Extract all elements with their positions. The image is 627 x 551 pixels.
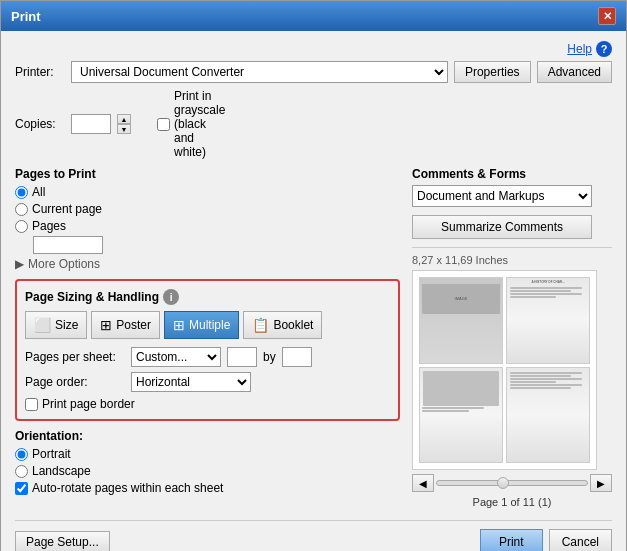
preview-line xyxy=(422,407,484,409)
preview-line xyxy=(510,287,582,289)
page-order-row: Page order: Horizontal xyxy=(25,372,390,392)
pages-current-row: Current page xyxy=(15,202,400,216)
copies-row: Copies: 1 ▲ ▼ Print in grayscale (black … xyxy=(15,89,612,159)
pages-x-input[interactable]: 2 xyxy=(227,347,257,367)
booklet-tab[interactable]: 📋 Booklet xyxy=(243,311,322,339)
pages-per-sheet-row: Pages per sheet: Custom... 2 by 2 xyxy=(25,347,390,367)
help-row: Help ? xyxy=(15,41,612,57)
pages-all-radio[interactable] xyxy=(15,186,28,199)
print-border-label: Print page border xyxy=(42,397,135,411)
bottom-right-buttons: Print Cancel xyxy=(480,529,612,551)
printer-row: Printer: Universal Document Converter Pr… xyxy=(15,61,612,83)
preview-page-1-inner: IMAGE xyxy=(420,278,502,363)
size-tab-icon: ⬜ xyxy=(34,317,51,333)
print-dialog: Print ✕ Help ? Printer: Universal Docume… xyxy=(0,0,627,551)
poster-tab[interactable]: ⊞ Poster xyxy=(91,311,160,339)
right-column: Comments & Forms Document and Markups Su… xyxy=(412,167,612,508)
grayscale-label: Print in grayscale (black and white) xyxy=(174,89,224,159)
pages-all-label: All xyxy=(15,185,400,199)
page-sizing-title: Page Sizing & Handling i xyxy=(25,289,390,305)
preview-dimensions: 8,27 x 11,69 Inches xyxy=(412,254,612,266)
preview-page-4 xyxy=(506,367,590,463)
preview-page-1: IMAGE xyxy=(419,277,503,364)
size-tab[interactable]: ⬜ Size xyxy=(25,311,87,339)
comments-select[interactable]: Document and Markups xyxy=(412,185,592,207)
landscape-radio[interactable] xyxy=(15,465,28,478)
properties-button[interactable]: Properties xyxy=(454,61,531,83)
copies-down[interactable]: ▼ xyxy=(117,124,131,134)
summarize-button[interactable]: Summarize Comments xyxy=(412,215,592,239)
pages-per-sheet-select[interactable]: Custom... xyxy=(131,347,221,367)
multiple-tab[interactable]: ⊞ Multiple xyxy=(164,311,239,339)
pages-to-print-title: Pages to Print xyxy=(15,167,400,181)
copies-spinner: ▲ ▼ xyxy=(117,114,131,134)
preview-line xyxy=(510,381,556,383)
next-page-button[interactable]: ▶ xyxy=(590,474,612,492)
preview-line xyxy=(510,378,582,380)
preview-pages-grid: IMAGE A HISTORY OF CHAR... xyxy=(413,271,596,469)
by-label: by xyxy=(263,350,276,364)
grayscale-row: Print in grayscale (black and white) xyxy=(157,89,224,159)
preview-page-3-inner xyxy=(420,368,502,462)
more-options-label: More Options xyxy=(28,257,100,271)
print-button[interactable]: Print xyxy=(480,529,543,551)
page-slider[interactable] xyxy=(436,480,588,486)
help-link[interactable]: Help xyxy=(567,42,592,56)
page-order-select[interactable]: Horizontal xyxy=(131,372,251,392)
dialog-body: Help ? Printer: Universal Document Conve… xyxy=(1,31,626,551)
cancel-button[interactable]: Cancel xyxy=(549,529,612,551)
grayscale-checkbox[interactable] xyxy=(157,118,170,131)
comments-section: Comments & Forms Document and Markups Su… xyxy=(412,167,612,239)
page-info: Page 1 of 11 (1) xyxy=(412,496,612,508)
portrait-radio[interactable] xyxy=(15,448,28,461)
page-sizing-tabs: ⬜ Size ⊞ Poster ⊞ Multiple 📋 xyxy=(25,311,390,339)
comments-title: Comments & Forms xyxy=(412,167,612,181)
poster-tab-icon: ⊞ xyxy=(100,317,112,333)
close-button[interactable]: ✕ xyxy=(598,7,616,25)
left-column: Pages to Print All Current page xyxy=(15,167,400,508)
pages-range-row: Pages xyxy=(15,219,400,233)
print-border-checkbox[interactable] xyxy=(25,398,38,411)
preview-line xyxy=(510,384,582,386)
preview-line xyxy=(510,290,571,292)
autorotate-checkbox[interactable] xyxy=(15,482,28,495)
help-icon[interactable]: ? xyxy=(596,41,612,57)
pages-range-radio[interactable] xyxy=(15,220,28,233)
booklet-tab-icon: 📋 xyxy=(252,317,269,333)
pages-range-input-row: 1 - 42 xyxy=(33,236,400,254)
preview-line xyxy=(510,372,582,374)
preview-line xyxy=(510,296,556,298)
page-sizing-info-icon[interactable]: i xyxy=(163,289,179,305)
preview-line xyxy=(510,387,571,389)
page-setup-button[interactable]: Page Setup... xyxy=(15,531,110,551)
copies-input[interactable]: 1 xyxy=(71,114,111,134)
pages-per-sheet-label: Pages per sheet: xyxy=(25,350,125,364)
preview-page-2-inner: A HISTORY OF CHAR... xyxy=(507,278,589,363)
print-border-row: Print page border xyxy=(25,397,390,411)
copies-label: Copies: xyxy=(15,117,65,131)
title-bar: Print ✕ xyxy=(1,1,626,31)
title-bar-controls: ✕ xyxy=(598,7,616,25)
prev-page-button[interactable]: ◀ xyxy=(412,474,434,492)
pages-range-label: Pages xyxy=(15,219,400,233)
preview-page-2: A HISTORY OF CHAR... xyxy=(506,277,590,364)
more-options-row[interactable]: ▶ More Options xyxy=(15,257,400,271)
preview-line xyxy=(510,375,571,377)
orientation-section: Orientation: Portrait Landscape Auto-rot… xyxy=(15,429,400,495)
preview-page-4-inner xyxy=(507,368,589,462)
page-order-label: Page order: xyxy=(25,375,125,389)
pages-y-input[interactable]: 2 xyxy=(282,347,312,367)
advanced-button[interactable]: Advanced xyxy=(537,61,612,83)
preview-line xyxy=(422,410,469,412)
copies-up[interactable]: ▲ xyxy=(117,114,131,124)
pages-current-label: Current page xyxy=(15,202,400,216)
pages-current-radio[interactable] xyxy=(15,203,28,216)
preview-area: IMAGE A HISTORY OF CHAR... xyxy=(412,270,597,470)
printer-select[interactable]: Universal Document Converter xyxy=(71,61,448,83)
slider-thumb xyxy=(497,477,509,489)
dialog-title: Print xyxy=(11,9,41,24)
pages-range-input[interactable]: 1 - 42 xyxy=(33,236,103,254)
orientation-title: Orientation: xyxy=(15,429,400,443)
preview-page-3 xyxy=(419,367,503,463)
page-sizing-box: Page Sizing & Handling i ⬜ Size ⊞ Poster xyxy=(15,279,400,421)
